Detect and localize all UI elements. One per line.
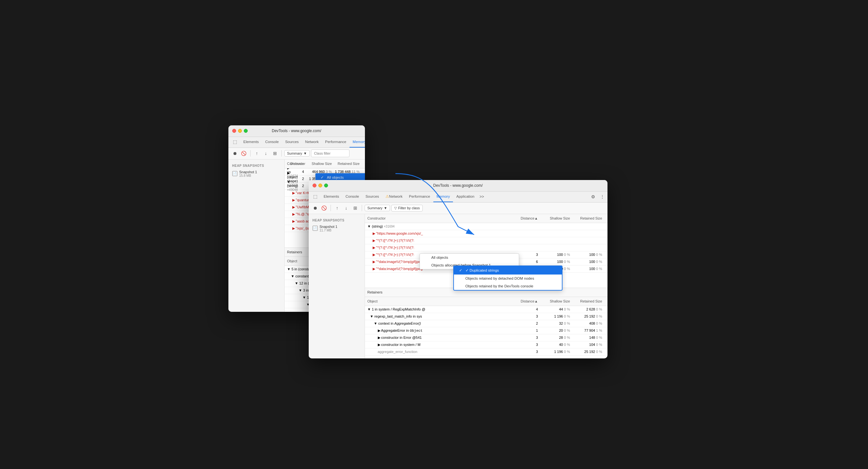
snapshot-icon-back: 📄 (232, 171, 238, 176)
summary-label-back: Summary (287, 151, 302, 155)
tab-network-back[interactable]: Network (302, 137, 322, 148)
col-header-retained-front: Retained Size (573, 216, 605, 220)
minimize-button-front[interactable] (318, 183, 322, 187)
tab-sources-front[interactable]: Sources (362, 192, 382, 202)
maximize-button-back[interactable] (244, 129, 248, 133)
front-dd2-dup-label: ✓ Duplicated strings (465, 268, 499, 272)
close-button-front[interactable] (313, 183, 316, 187)
maximize-button-front[interactable] (324, 183, 328, 187)
front-row-str-2[interactable]: ▶ "^(?:([^:/?#.]+):)?(?:\/\/(?: (365, 237, 608, 244)
front-ret-5-dist: 3 (515, 335, 541, 340)
summary-dropdown-front[interactable]: Summary ▼ (365, 205, 390, 211)
download-btn-back[interactable]: ↓ (262, 149, 270, 157)
tab-icons-front: ⚙ ⋮ (589, 192, 606, 202)
tab-elements-front[interactable]: Elements (320, 192, 342, 202)
front-ret-row-1[interactable]: ▼ 1 in system / RegExpMatchInfo @ 4 44 0… (365, 306, 608, 313)
tab-console-front[interactable]: Console (342, 192, 362, 202)
col-header-distance-front: Distance▲ (518, 216, 541, 220)
front-ret-3-dist: 2 (515, 321, 541, 325)
front-ret-row-7[interactable]: aggregate_error_function 3 1 196 0 % 25 … (365, 348, 608, 355)
front-row-str-3[interactable]: ▶ "^(?:([^:/?#.]+):)?(?:\/\/(?: (365, 244, 608, 252)
record-btn-back[interactable]: ⏺ (231, 149, 239, 157)
minimize-button-back[interactable] (238, 129, 242, 133)
front-ret-1-name: ▼ 1 in system / RegExpMatchInfo @ (368, 307, 515, 311)
content-area-front: HEAP SNAPSHOTS 📄 Snapshot 1 11.7 MB Cons… (309, 214, 608, 358)
front-ret-5-shallow: 28 0 % (541, 335, 573, 340)
tab-sources-back[interactable]: Sources (282, 137, 302, 148)
front-dd2-duplicated[interactable]: ✓ ✓ Duplicated strings (454, 266, 562, 274)
upload-btn-front[interactable]: ↑ (334, 204, 341, 212)
download-btn-front[interactable]: ↓ (342, 204, 350, 212)
toolbar-front: ⏺ 🚫 ↑ ↓ ⊞ Summary ▼ ▽ Filter by class (309, 203, 608, 214)
class-filter-input-back[interactable] (311, 149, 349, 157)
sidebar-snapshot-1-back[interactable]: 📄 Snapshot 1 15.8 MB (228, 169, 284, 179)
front-dd2-console-label: Objects retained by the DevTools console (465, 284, 534, 288)
tab-performance-front[interactable]: Performance (406, 192, 433, 202)
more-tabs-front[interactable]: >> (478, 192, 486, 202)
summary-dropdown-back[interactable]: Summary ▼ (284, 150, 310, 156)
tab-inspector-front[interactable]: ⬚ (310, 192, 320, 202)
row-str-distance: 2 (287, 184, 307, 188)
upload-btn-back[interactable]: ↑ (253, 149, 261, 157)
collect-btn-back[interactable]: ⊞ (271, 149, 279, 157)
collect-btn-front[interactable]: ⊞ (351, 204, 359, 212)
window-title-back: DevTools - www.google.com/ (272, 128, 321, 133)
front-ret-3-name: ▼ context in AggregateError() (374, 321, 515, 325)
front-ret-row-5[interactable]: ▶ constructor in Error @541 3 28 0 % 148… (365, 334, 608, 342)
front-ret-row-6[interactable]: ▶ constructor in system / M 3 40 0 % 104… (365, 342, 608, 348)
col-header-shallow-front: Shallow Size (541, 216, 573, 220)
table-header-back: Constructor Distance Shallow Size Retain… (285, 159, 365, 169)
front-str-2-name: ▶ "^(?:([^:/?#.]+):)?(?:\/\/(?: (373, 238, 605, 243)
front-dd2-detached[interactable]: Objects retained by detached DOM nodes (454, 274, 562, 282)
col-header-distance-back: Distance (287, 162, 307, 166)
sidebar-back: HEAP SNAPSHOTS 📄 Snapshot 1 15.8 MB (228, 159, 285, 312)
settings-icon-front[interactable]: ⚙ (589, 193, 597, 201)
front-ret-1-shallow: 44 0 % (541, 307, 573, 311)
tab-application-front[interactable]: Application (453, 192, 477, 202)
col-header-retained-back: Retained Size (334, 162, 362, 166)
front-dd2-console[interactable]: Objects retained by the DevTools console (454, 282, 562, 290)
tab-memory-front[interactable]: Memory (433, 192, 453, 202)
more-icon-front[interactable]: ⋮ (598, 193, 606, 201)
front-dd2-detach-label: Objects retained by detached DOM nodes (465, 276, 534, 280)
front-ret-row-2[interactable]: ▼ regexp_last_match_info in sys 3 1 196 … (365, 313, 608, 320)
front-dd1-all-objects[interactable]: All objects (420, 254, 519, 261)
ret-col-object-front: Object (368, 299, 515, 303)
front-row-str-1[interactable]: ▶ "https://www.google.com/xjs/_ (365, 230, 608, 237)
front-ret-6-name: ▶ constructor in system / M (378, 343, 515, 347)
toolbar-back: ⏺ 🚫 ↑ ↓ ⊞ Summary ▼ (228, 148, 365, 159)
sidebar-snapshot-1-front[interactable]: 📄 Snapshot 1 11.7 MB (309, 224, 365, 233)
sidebar-section-title-back: HEAP SNAPSHOTS (228, 163, 284, 169)
main-panel-front: Constructor Distance▲ Shallow Size Retai… (365, 214, 608, 358)
dropdown-arrow-back: ▼ (304, 151, 307, 155)
filter-by-class-btn[interactable]: ▽ Filter by class (391, 205, 423, 211)
record-btn-front[interactable]: ⏺ (311, 204, 319, 212)
tab-console-back[interactable]: Console (262, 137, 282, 148)
front-ret-4-retained: 77 904 1 % (573, 328, 605, 332)
front-ret-4-dist: 1 (515, 328, 541, 332)
front-ret-2-retained: 25 192 0 % (573, 314, 605, 318)
snapshot-icon-front: 📄 (313, 226, 318, 231)
front-ret-1-retained: 2 628 0 % (573, 307, 605, 311)
sidebar-section-title-front: HEAP SNAPSHOTS (309, 217, 365, 224)
front-ret-row-4[interactable]: ▶ AggregateError in Object 1 20 0 % 77 9… (365, 327, 608, 334)
snapshot-name-front: Snapshot 1 (320, 225, 338, 229)
tab-memory-back[interactable]: Memory (349, 137, 365, 148)
clear-btn-back[interactable]: 🚫 (240, 149, 248, 157)
tab-performance-back[interactable]: Performance (322, 137, 349, 148)
snapshot-size-back: 15.8 MB (239, 174, 257, 177)
front-ret-6-dist: 3 (515, 343, 541, 347)
title-bar-back: DevTools - www.google.com/ (228, 125, 365, 137)
clear-btn-front[interactable]: 🚫 (320, 204, 328, 212)
ret-col-retained-front: Retained Size (573, 299, 605, 303)
tab-inspector-back[interactable]: ⬚ (230, 137, 240, 148)
summary-label-front: Summary (368, 206, 382, 210)
front-ret-row-3[interactable]: ▼ context in AggregateError() 2 32 0 % 4… (365, 320, 608, 327)
close-button-back[interactable] (232, 129, 236, 133)
tab-elements-back[interactable]: Elements (240, 137, 262, 148)
snapshot-info-back: Snapshot 1 15.8 MB (239, 170, 257, 177)
front-str-4-retained: 100 0 % (573, 253, 605, 257)
front-ret-5-name: ▶ constructor in Error @541 (378, 335, 515, 340)
tab-network-front[interactable]: ⚠ Network (382, 192, 406, 202)
front-row-string[interactable]: ▼ (string) ×31694 (365, 223, 608, 230)
